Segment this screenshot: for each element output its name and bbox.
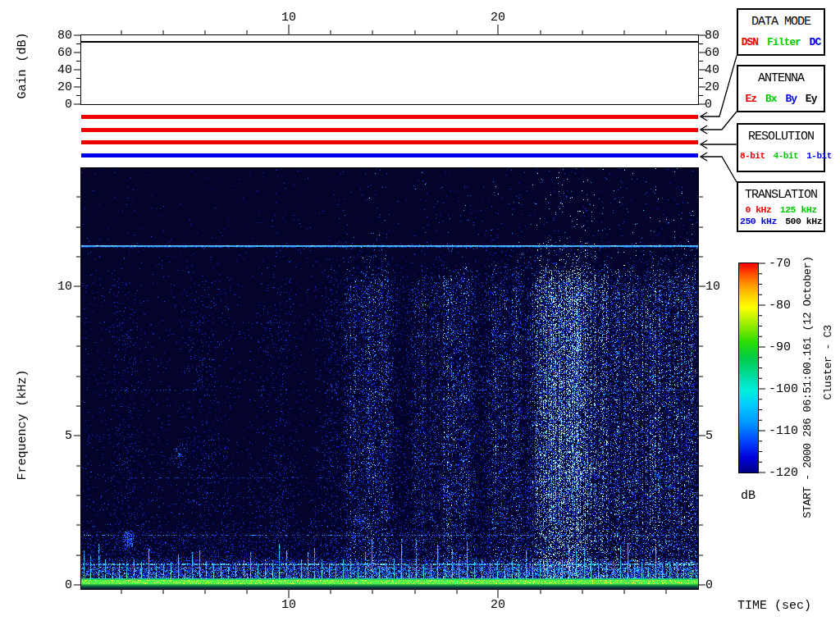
tick-label: 20 (491, 599, 505, 611)
status-bar-data-mode (81, 115, 698, 119)
plot-frame (81, 168, 699, 590)
tick-label: 0 (705, 98, 712, 111)
start-time-annotation: START - 2000 286 06:51:00.161 (12 Octobe… (802, 256, 814, 518)
tick-label: 5 (705, 430, 713, 442)
tick-label: 10 (705, 281, 720, 293)
tick-label: -80 (769, 299, 791, 312)
gain-axis-title: Gain (dB) (16, 32, 29, 98)
panel-option: DSN (742, 36, 758, 48)
tick-label: -100 (769, 383, 798, 395)
panel-option: By (785, 93, 797, 105)
panel-data-mode-values: DSN Filter DC (738, 36, 824, 48)
panel-option: 4-bit (774, 151, 799, 161)
panel-antenna-title: ANTENNA (738, 71, 824, 85)
tick-label: -90 (769, 341, 791, 354)
tick-label: 80 (705, 30, 719, 42)
tick-label: 60 (705, 47, 719, 59)
connector-line (701, 112, 737, 130)
panel-option: Bx (765, 93, 777, 105)
panel-option: Ez (746, 93, 757, 105)
panel-translation-row2: 250 kHz 500 kHz (738, 216, 824, 226)
colorbar-gradient (739, 263, 758, 472)
panel-option: 1-bit (806, 151, 832, 161)
colorbar-unit-label: dB (741, 490, 756, 502)
wbd-spectrogram-page: Gain (dB) Frequency (kHz) TIME (sec) dB … (0, 0, 840, 630)
tick-label: 60 (57, 47, 72, 59)
plot-frame (81, 35, 699, 105)
panel-resolution-title: RESOLUTION (738, 130, 824, 144)
panel-translation-title: TRANSLATION (738, 188, 824, 202)
panel-option: Ey (806, 93, 817, 105)
panel-option: 8-bit (740, 151, 765, 161)
panel-data-mode: DATA MODE DSN Filter DC (737, 8, 825, 56)
tick-label: -120 (769, 467, 798, 479)
panel-option: 125 kHz (780, 204, 817, 215)
tick-label: 20 (705, 81, 719, 94)
panel-option: DC (810, 36, 821, 48)
panel-antenna-values: Ez Bx By Ey (738, 93, 824, 105)
tick-label: 5 (65, 430, 72, 442)
frequency-axis-title: Frequency (kHz) (16, 369, 29, 480)
panel-resolution: RESOLUTION 8-bit 4-bit 1-bit (737, 123, 825, 172)
tick-label: 10 (281, 599, 296, 611)
panel-antenna: ANTENNA Ez Bx By Ey (737, 65, 825, 112)
panel-option: Filter (767, 36, 801, 48)
status-bar-resolution (81, 140, 698, 144)
time-axis-title: TIME (sec) (737, 600, 811, 612)
tick-label: -110 (769, 425, 798, 437)
panel-option: 0 kHz (745, 204, 771, 215)
axes-overlay (0, 0, 840, 630)
panel-translation: TRANSLATION 0 kHz 125 kHz 250 kHz 500 kH… (737, 181, 825, 232)
panel-option: 250 kHz (740, 216, 777, 226)
status-bar-translation (81, 153, 698, 158)
gain-trace-line (81, 41, 698, 43)
panel-resolution-values: 8-bit 4-bit 1-bit (738, 151, 824, 161)
status-bar-antenna (81, 128, 698, 132)
tick-label: 20 (491, 11, 505, 24)
tick-label: 0 (65, 579, 72, 591)
tick-label: 20 (57, 81, 72, 94)
tick-label: 0 (705, 579, 713, 591)
panel-option: 500 kHz (785, 216, 822, 226)
tick-label: -70 (769, 258, 791, 270)
tick-label: 10 (281, 11, 296, 24)
tick-label: 10 (57, 281, 72, 293)
tick-label: 80 (57, 30, 72, 42)
tick-label: 40 (705, 64, 719, 76)
tick-label: 0 (65, 98, 72, 111)
tick-label: 40 (57, 64, 72, 76)
spacecraft-annotation: Cluster - C3 (823, 325, 834, 399)
panel-translation-row1: 0 kHz 125 kHz (738, 204, 824, 215)
panel-data-mode-title: DATA MODE (738, 15, 824, 29)
